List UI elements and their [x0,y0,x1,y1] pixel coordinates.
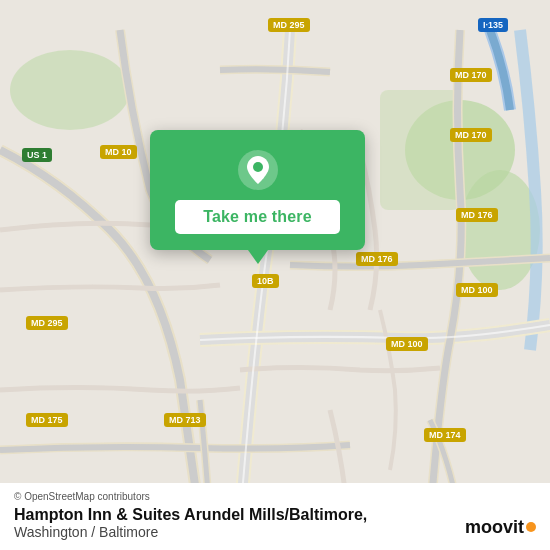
badge-md170-top: MD 170 [450,68,492,82]
location-title: Hampton Inn & Suites Arundel Mills/Balti… [14,505,367,524]
badge-md295-top: MD 295 [268,18,310,32]
moovit-logo: moovit [465,517,536,538]
svg-rect-3 [380,90,460,210]
popup-card: Take me there [150,130,365,250]
badge-md175: MD 175 [26,413,68,427]
osm-attribution: © OpenStreetMap contributors [14,491,536,502]
badge-i135: I·135 [478,18,508,32]
moovit-brand-text: moovit [465,517,524,538]
bottom-bar: © OpenStreetMap contributors Hampton Inn… [0,483,550,550]
badge-md295-left: MD 295 [26,316,68,330]
svg-point-2 [10,50,130,130]
badge-md176: MD 176 [356,252,398,266]
badge-md174: MD 174 [424,428,466,442]
badge-us1: US 1 [22,148,52,162]
badge-md10: MD 10 [100,145,137,159]
svg-point-5 [253,162,263,172]
svg-point-1 [460,170,540,290]
take-me-there-button[interactable]: Take me there [175,200,340,234]
badge-md100-2: MD 100 [386,337,428,351]
badge-md176-2: MD 176 [456,208,498,222]
map-container: US 1 MD 295 I·135 MD 170 MD 170 MD 10 MD… [0,0,550,550]
badge-md100-1: MD 100 [456,283,498,297]
badge-10b: 10B [252,274,279,288]
moovit-dot [526,522,536,532]
badge-md713: MD 713 [164,413,206,427]
badge-md170-mid: MD 170 [450,128,492,142]
location-subtitle: Washington / Baltimore [14,524,367,540]
location-pin-icon [236,148,280,192]
